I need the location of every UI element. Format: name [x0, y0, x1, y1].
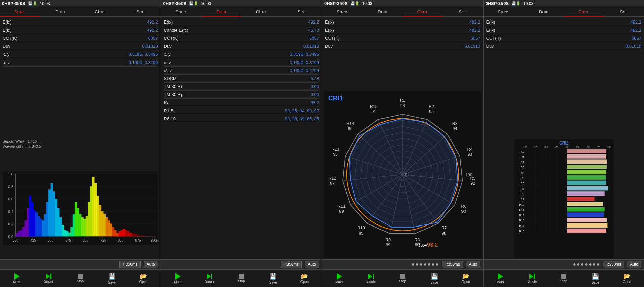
svg-rect-41	[53, 191, 55, 236]
data-row: x, y0.3196, 0.3495	[164, 50, 319, 58]
svg-text:89: 89	[339, 209, 344, 214]
status-bar: T:350msAuto	[0, 259, 161, 269]
open-button[interactable]: 📂Open	[298, 273, 311, 284]
tab-spec.[interactable]: Spec.	[0, 7, 40, 16]
auto-mode[interactable]: Auto	[144, 261, 158, 268]
svg-text:CRI2: CRI2	[559, 141, 569, 146]
exposure-time: T:350ms	[442, 261, 463, 268]
device-name: 0HSP-350S	[163, 1, 187, 6]
stop-label: Stop	[77, 279, 84, 283]
auto-mode[interactable]: Auto	[305, 261, 319, 268]
tab-data[interactable]: Data	[524, 7, 564, 16]
single-button[interactable]: Single	[365, 274, 377, 283]
data-row: x, y0.3196, 0.3495	[3, 50, 158, 58]
row-label: E(lx)	[325, 28, 334, 33]
pagination-dots[interactable]: ●●●●●●●	[573, 261, 600, 268]
svg-rect-66	[108, 220, 110, 236]
single-button[interactable]: Single	[204, 274, 216, 283]
row-label: R6-10	[164, 116, 176, 121]
data-row: Duv0.01010	[3, 42, 158, 50]
tab-set.[interactable]: Set.	[604, 7, 644, 16]
tab-chro.[interactable]: Chro.	[80, 7, 120, 16]
single-button[interactable]: Single	[43, 274, 55, 283]
tab-data[interactable]: Data	[40, 7, 80, 16]
svg-text:87: 87	[330, 181, 335, 186]
save-icon: 💾	[108, 273, 116, 280]
header-time: 10:03	[523, 1, 533, 6]
tab-chro.[interactable]: Chro.	[564, 7, 604, 16]
data-row: Duv0.01010	[164, 42, 319, 50]
multi.-button[interactable]: Multi.	[494, 273, 507, 284]
multi.-button[interactable]: Multi.	[11, 273, 23, 284]
stop-button[interactable]: Stop	[397, 274, 409, 283]
status-bar: T:350msAuto	[161, 259, 322, 269]
svg-rect-70	[116, 233, 119, 236]
svg-rect-53	[79, 214, 81, 236]
svg-rect-29	[27, 208, 29, 236]
svg-text:R2: R2	[521, 161, 524, 164]
tab-set.[interactable]: Set.	[120, 7, 160, 16]
svg-rect-59	[92, 177, 94, 236]
tab-set.[interactable]: Set.	[443, 7, 483, 16]
save-button[interactable]: 💾Save	[589, 273, 601, 284]
svg-text:96: 96	[348, 126, 353, 131]
single-label: Single	[527, 280, 537, 283]
svg-text:R15: R15	[370, 104, 378, 109]
auto-mode[interactable]: Auto	[627, 261, 641, 268]
svg-text:0.8: 0.8	[8, 184, 13, 189]
multi.-button[interactable]: Multi.	[172, 273, 184, 284]
row-label: u, v	[164, 60, 171, 65]
row-value: 0.3196, 0.3495	[290, 52, 319, 57]
stop-button[interactable]: Stop	[558, 274, 570, 283]
tab-spec.[interactable]: Spec.	[484, 7, 524, 16]
open-icon: 📂	[140, 273, 147, 279]
svg-text:100: 100	[465, 173, 472, 177]
tab-chro.[interactable]: Chro.	[241, 7, 281, 16]
spectrum-wavelength-label: Wavelength(nm): 840.5	[3, 144, 158, 148]
svg-rect-33	[35, 212, 38, 236]
tab-spec.[interactable]: Spec.	[161, 7, 201, 16]
auto-mode[interactable]: Auto	[466, 261, 480, 268]
tab-chro.[interactable]: Chro.	[403, 7, 443, 16]
data-row: u', v'0.1950, 0.4799	[164, 67, 319, 75]
svg-text:R12: R12	[329, 176, 336, 180]
pagination-dots[interactable]: ●●●●●●●	[412, 261, 439, 268]
svg-rect-73	[123, 229, 125, 236]
panel-2: 0HSP-350S 💾🔋 10:03 Spec.DataChro.Set.E(l…	[161, 0, 323, 269]
stop-button[interactable]: Stop	[235, 274, 247, 283]
svg-rect-72	[121, 230, 123, 236]
save-button[interactable]: 💾Save	[267, 273, 279, 284]
svg-rect-196	[567, 212, 604, 217]
tab-data[interactable]: Data	[201, 7, 241, 16]
row-value: 492.2	[469, 19, 480, 25]
tab-spec.[interactable]: Spec.	[322, 7, 362, 16]
svg-rect-184	[567, 181, 606, 185]
stop-icon	[78, 274, 83, 279]
save-label: Save	[108, 281, 116, 284]
skip-icon	[368, 274, 374, 279]
svg-rect-46	[64, 230, 66, 236]
row-label: Ra	[164, 100, 170, 105]
row-label: CCT(K)	[486, 36, 501, 41]
svg-text:93: 93	[467, 152, 472, 157]
svg-text:350: 350	[13, 239, 18, 242]
multi.-button[interactable]: Multi.	[333, 273, 346, 284]
tab-data[interactable]: Data	[362, 7, 402, 16]
data-row: CCT(K)6057	[3, 34, 158, 42]
save-button[interactable]: 💾Save	[428, 273, 440, 284]
save-button[interactable]: 💾Save	[106, 273, 118, 284]
single-button[interactable]: Single	[526, 274, 538, 283]
svg-text:R8: R8	[521, 192, 524, 196]
open-button[interactable]: 📂Open	[137, 273, 150, 284]
save-icon: 💾	[269, 273, 277, 280]
svg-text:500: 500	[48, 239, 53, 242]
open-button[interactable]: 📂Open	[621, 273, 633, 284]
data-row: E(lx)492.2	[325, 18, 480, 26]
svg-rect-202	[567, 229, 606, 233]
toolbar-1: Multi.SingleStop💾Save📂Open	[0, 270, 161, 287]
stop-button[interactable]: Stop	[74, 274, 86, 283]
open-button[interactable]: 📂Open	[460, 273, 472, 284]
svg-rect-75	[127, 231, 129, 236]
tab-set.[interactable]: Set.	[282, 7, 322, 16]
svg-text:R6: R6	[461, 204, 467, 208]
